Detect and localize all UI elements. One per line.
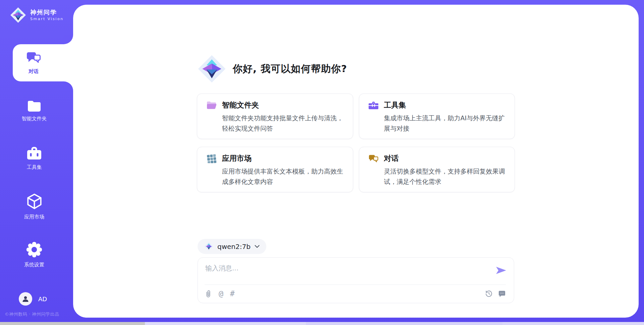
at-icon: @ [219,290,223,298]
person-icon [21,295,30,303]
brand-gem-icon [198,55,226,83]
card-description: 集成市场上主流工具，助力AI与外界无缝扩展与对接 [384,113,505,134]
brand-gem-icon [10,7,26,23]
message-composer: @ # [198,257,514,303]
feature-cards: 智能文件夹 智能文件夹功能支持批量文件上传与清洗，轻松实现文件问答 工具集 集成… [197,93,515,192]
history-button[interactable] [485,290,493,298]
card-chat[interactable]: 对话 灵活切换多模型文件，支持多样回复效果调试，满足个性化需求 [359,147,515,192]
card-toolset[interactable]: 工具集 集成市场上主流工具，助力AI与外界无缝扩展与对接 [359,93,515,139]
history-icon [485,290,493,298]
sidebar-item-toolset[interactable]: 工具集 [0,140,68,177]
attach-button[interactable] [205,290,212,298]
card-smart-folder[interactable]: 智能文件夹 智能文件夹功能支持批量文件上传与清洗，轻松实现文件问答 [197,93,353,139]
brand-subtitle: Smart Vision [30,17,64,21]
send-button[interactable] [496,266,506,274]
sidebar-item-label: 智能文件夹 [22,116,47,122]
card-title: 智能文件夹 [222,100,259,110]
sidebar-item-smart-folder[interactable]: 智能文件夹 [0,92,68,129]
app-logo: 神州问学 Smart Vision [10,7,64,23]
sidebar-item-label: 系统设置 [24,262,44,268]
card-app-market[interactable]: 应用市场 应用市场提供丰富长文本模板，助力高效生成多样化文章内容 [197,147,353,192]
chat-icon [26,51,41,65]
sidebar-item-app-market[interactable]: 应用市场 [0,188,68,225]
gear-icon [26,241,43,258]
card-description: 智能文件夹功能支持批量文件上传与清洗，轻松实现文件问答 [222,113,343,134]
flex-spacer [73,192,639,239]
card-title: 应用市场 [222,153,252,164]
screen-bottom-edge [0,322,644,325]
sidebar-item-label: 工具集 [27,164,42,171]
chat-icon [369,154,378,163]
hash-icon: # [230,290,235,298]
model-name: qwen2:7b [217,243,251,251]
sidebar-nav: 对话 智能文件夹 工具集 [0,44,73,284]
topic-button[interactable]: # [230,290,235,298]
avatar [19,292,32,306]
user-name: AD [38,296,47,303]
cube-icon [26,193,42,210]
main-panel: 你好, 我可以如何帮助你? 智能文件夹 智能文件夹功能支持批量文件上传与清洗，轻… [73,5,639,318]
card-description: 灵活切换多模型文件，支持多样回复效果调试，满足个性化需求 [384,166,505,187]
sidebar-item-label: 应用市场 [24,214,44,220]
folder-open-icon [207,101,216,110]
brand-gem-icon [204,242,213,251]
card-title: 工具集 [384,100,406,110]
tab-curve-top [64,35,73,44]
composer-toolbar: @ # [205,284,506,303]
mention-button[interactable]: @ [219,290,223,298]
new-chat-button[interactable] [498,290,506,298]
chevron-down-icon [255,245,260,248]
sidebar-item-settings[interactable]: 系统设置 [0,236,68,273]
brand-name: 神州问学 [30,9,64,16]
folder-icon [27,100,41,112]
message-input[interactable] [205,263,493,282]
greeting-title: 你好, 我可以如何帮助你? [233,62,347,76]
tab-curve-bottom [64,81,73,91]
model-selector[interactable]: qwen2:7b [198,239,266,254]
composer-area: qwen2:7b [198,239,514,303]
toolbox-icon [369,101,378,110]
sidebar: 神州问学 Smart Vision 对话 智能文件夹 [0,0,73,325]
sidebar-item-label: 对话 [29,68,39,75]
paperclip-icon [205,290,212,298]
user-account[interactable]: AD [19,292,47,306]
card-title: 对话 [384,153,399,164]
chat-bubble-icon [498,290,506,298]
toolbox-icon [26,147,42,160]
sidebar-item-chat[interactable]: 对话 [13,44,73,81]
card-description: 应用市场提供丰富长文本模板，助力高效生成多样化文章内容 [222,166,343,187]
send-icon [496,266,506,274]
grid-icon [207,154,216,163]
copyright-text: ©神州数码 · 神州问学出品 [5,311,59,317]
greeting-block: 你好, 我可以如何帮助你? [198,55,514,83]
